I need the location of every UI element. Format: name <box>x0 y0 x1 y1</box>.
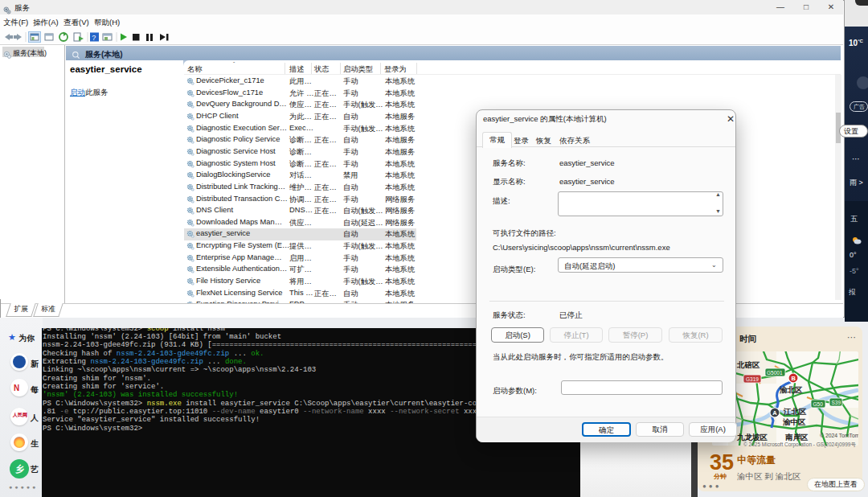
svg-text:© 2024 TomTom: © 2024 TomTom <box>820 433 858 438</box>
svg-text:九龙坡区: 九龙坡区 <box>736 433 768 442</box>
svg-text:渝北区: 渝北区 <box>779 385 803 394</box>
svg-text:B: B <box>791 375 796 382</box>
svg-text:S39: S39 <box>832 400 841 405</box>
svg-text:?: ? <box>92 34 96 42</box>
svg-text:A: A <box>772 409 777 417</box>
svg-text:G50: G50 <box>813 401 824 407</box>
svg-text:G5001: G5001 <box>767 370 783 376</box>
svg-text:江北区: 江北区 <box>783 407 807 416</box>
svg-text:G319: G319 <box>746 376 759 382</box>
svg-text:渝中区: 渝中区 <box>782 417 806 426</box>
svg-text:南岸区: 南岸区 <box>785 433 809 442</box>
svg-text:北碚区: 北碚区 <box>736 360 760 369</box>
